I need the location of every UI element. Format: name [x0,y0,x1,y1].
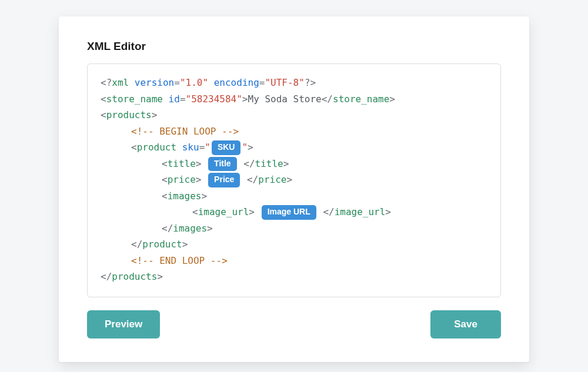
editor-title: XML Editor [87,40,501,53]
code-line: </images> [101,220,487,237]
placeholder-chip-sku[interactable]: SKU [212,140,241,155]
code-line: </product> [101,236,487,253]
code-line: <products> [101,107,487,123]
code-line: <!-- END LOOP --> [101,253,487,269]
code-line: <image_url> Image URL </image_url> [101,204,487,220]
code-line: <images> [101,188,487,205]
code-line: <price> Price </price> [101,172,487,188]
code-line: </products> [101,269,487,285]
code-line: <product sku="SKU"> [101,139,487,156]
placeholder-chip-price[interactable]: Price [208,173,240,187]
code-line: <store_name id="58234584">My Soda Store<… [101,91,487,108]
code-line: <title> Title </title> [101,156,487,172]
editor-card: XML Editor <?xml version="1.0" encoding=… [59,16,529,362]
preview-button[interactable]: Preview [87,310,160,339]
button-row: Preview Save [87,310,501,339]
code-line: <!-- BEGIN LOOP --> [101,123,487,140]
code-line: <?xml version="1.0" encoding="UTF-8"?> [101,75,487,91]
placeholder-chip-title[interactable]: Title [208,157,237,172]
xml-code-editor[interactable]: <?xml version="1.0" encoding="UTF-8"?> <… [87,63,501,297]
placeholder-chip-image-url[interactable]: Image URL [262,205,316,220]
save-button[interactable]: Save [430,310,501,339]
